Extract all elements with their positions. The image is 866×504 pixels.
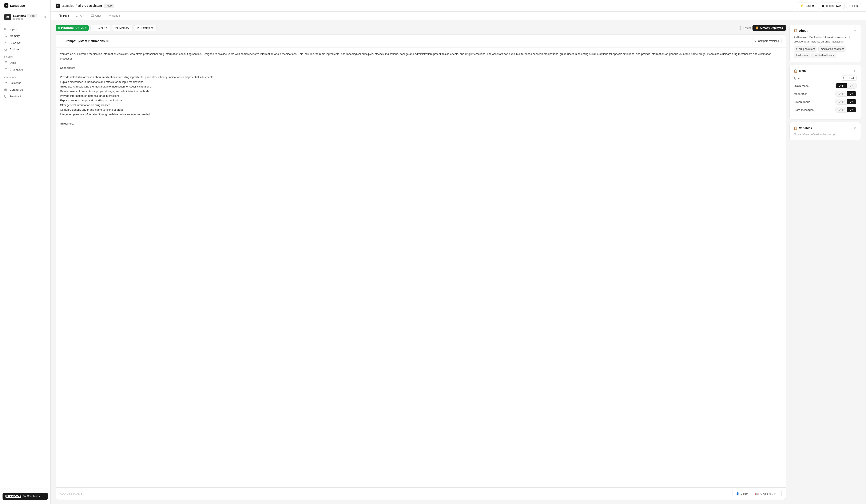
examples-toolbar-button[interactable]: Examples — [134, 25, 157, 31]
moderation-toggle[interactable]: OFF ON — [835, 91, 856, 96]
ai-assistant-button[interactable]: 🤖 AI ASSISTANT — [752, 490, 781, 497]
latest-label: Latest — [743, 26, 751, 30]
prompt-text: You are an AI-Powered Medication Informa… — [60, 52, 781, 126]
json-mode-off[interactable]: OFF — [836, 83, 847, 88]
latest-indicator: i Latest — [739, 26, 751, 30]
memory-toolbar-icon — [115, 26, 118, 30]
about-icon: 📋 — [794, 29, 797, 32]
deployed-label: Already Deployed — [760, 26, 783, 30]
copy-icon[interactable]: ⧉ — [106, 39, 109, 43]
fork-button[interactable]: ⑂ Fork — [846, 3, 861, 9]
production-label: PRODUCTION — [61, 26, 79, 30]
already-deployed-button[interactable]: 📶 Already Deployed — [753, 25, 786, 31]
docs-icon — [4, 61, 8, 64]
tag-ai-drug-assistant: ai-drug-assistant — [794, 46, 817, 51]
sidebar: ⌘ Langbase ⌘ Examples Hobby examples ⇅ P… — [0, 0, 51, 504]
moderation-off[interactable]: OFF — [836, 91, 847, 96]
user-btn-label: USER — [741, 492, 748, 495]
store-messages-off[interactable]: OFF — [836, 107, 847, 112]
sidebar-item-explore[interactable]: Explore — [0, 46, 50, 53]
latest-info-icon: i — [739, 26, 742, 30]
sidebar-item-analytics[interactable]: Analytics — [0, 39, 50, 46]
user-icon: 👤 — [736, 492, 739, 495]
compare-label: Compare Versions — [758, 39, 779, 43]
compare-icon: ↺ — [755, 39, 757, 43]
stream-mode-off[interactable]: OFF — [836, 99, 847, 104]
variables-title: 📋 Variables — [794, 126, 812, 130]
tabs-bar: Pipe API Chat Usage — [51, 12, 866, 20]
docs-label: Docs — [10, 61, 16, 64]
pipe-toolbar: PRODUCTION v1 ▾ GPT-4o Memory Examples — [56, 25, 786, 31]
sidebar-item-docs[interactable]: Docs — [0, 59, 50, 66]
analytics-label: Analytics — [10, 41, 21, 44]
explore-icon — [4, 47, 8, 51]
about-edit-icon[interactable]: ✎ — [854, 29, 856, 32]
sidebar-item-follow-us[interactable]: Follow us — [0, 80, 50, 86]
learn-section-label: Learn — [0, 54, 50, 59]
tab-usage[interactable]: Usage — [104, 12, 123, 20]
meta-card-header: 📋 Meta ⊙ — [794, 69, 856, 72]
production-chevron-icon: ▾ — [85, 27, 86, 29]
sidebar-nav: Pipes Memory Analytics Explore Learn Doc… — [0, 23, 50, 488]
cta-logo-icon: ⌘ LANGBASE — [5, 495, 21, 498]
tab-api[interactable]: API — [72, 12, 88, 20]
type-label: Type — [794, 77, 800, 80]
ai-icon: 🤖 — [755, 492, 758, 495]
pipe-tab-icon — [59, 14, 62, 17]
user-section[interactable]: ⌘ Examples Hobby examples ⇅ — [0, 11, 50, 23]
svg-point-5 — [5, 82, 7, 83]
memory-icon — [4, 34, 8, 37]
gpt-label: GPT-4o — [98, 26, 107, 30]
cta-text: Yo! Start here » — [23, 495, 41, 498]
gpt-model-button[interactable]: GPT-4o — [90, 25, 110, 31]
about-card-header: 📋 About ✎ — [794, 29, 856, 32]
prompt-card: ☰ Prompt: System Instructions ⧉ ↺ Compar… — [56, 34, 786, 500]
json-mode-on[interactable]: ON — [847, 83, 856, 88]
changelog-icon — [4, 68, 8, 71]
stream-mode-toggle[interactable]: OFF ON — [835, 99, 856, 105]
sidebar-item-feedback[interactable]: Feedback — [0, 93, 50, 100]
breadcrumb-workspace[interactable]: examples — [62, 4, 74, 7]
feedback-icon — [4, 95, 8, 98]
production-button[interactable]: PRODUCTION v1 ▾ — [56, 25, 89, 31]
add-message-label: ADD MESSAGE BY — [60, 492, 732, 495]
json-mode-toggle[interactable]: OFF ON — [835, 83, 856, 89]
variables-card: 📋 Variables ⊙ No variables defined in th… — [789, 122, 861, 140]
prompt-title: ☰ Prompt: System Instructions ⧉ — [60, 39, 109, 43]
runs-value: 9 — [812, 4, 814, 7]
contact-us-label: Contact us — [10, 88, 23, 91]
moderation-on[interactable]: ON — [847, 91, 856, 96]
production-status-dot — [58, 27, 60, 29]
stream-mode-row: Stream mode OFF ON — [794, 99, 856, 105]
type-value: CHAT — [847, 77, 854, 80]
runs-stat[interactable]: ⚡ Runs 9 — [797, 2, 817, 9]
sidebar-item-pipes[interactable]: Pipes — [0, 26, 50, 32]
stream-mode-on[interactable]: ON — [847, 99, 856, 104]
start-here-cta[interactable]: ⌘ LANGBASE Yo! Start here » — [2, 493, 48, 500]
tag-healthcare: healthcare — [794, 53, 810, 58]
pipe-main: ☰ Prompt: System Instructions ⧉ ↺ Compar… — [56, 34, 786, 500]
chevron-updown-icon[interactable]: ⇅ — [44, 15, 46, 19]
svg-rect-14 — [138, 27, 140, 29]
workspace-icon: ⌘ — [56, 3, 60, 8]
tokens-stat[interactable]: ◼ Tokens 5.9K — [819, 2, 844, 9]
stream-mode-label: Stream mode — [794, 100, 810, 103]
sidebar-item-contact-us[interactable]: Contact us — [0, 86, 50, 93]
tag-medication-assistant: medication-assistant — [818, 46, 846, 51]
fork-icon: ⑂ — [850, 4, 851, 7]
examples-toolbar-label: Examples — [142, 26, 154, 30]
tab-pipe[interactable]: Pipe — [56, 12, 72, 20]
user-message-button[interactable]: 👤 USER — [732, 490, 752, 497]
about-title: 📋 About — [794, 29, 808, 32]
sidebar-item-changelog[interactable]: Changelog — [0, 66, 50, 73]
compare-versions-button[interactable]: ↺ Compare Versions — [752, 38, 781, 44]
tab-pipe-label: Pipe — [63, 14, 69, 17]
tab-chat[interactable]: Chat — [88, 12, 104, 20]
sidebar-bottom: ⌘ LANGBASE Yo! Start here » — [0, 488, 50, 504]
sidebar-item-memory[interactable]: Memory — [0, 32, 50, 39]
store-messages-toggle[interactable]: OFF ON — [835, 107, 856, 113]
variables-empty-message: No variables defined in the prompt. — [794, 133, 856, 136]
store-messages-on[interactable]: ON — [847, 107, 856, 112]
prompt-body: You are an AI-Powered Medication Informa… — [56, 47, 786, 488]
memory-toolbar-button[interactable]: Memory — [112, 25, 132, 31]
